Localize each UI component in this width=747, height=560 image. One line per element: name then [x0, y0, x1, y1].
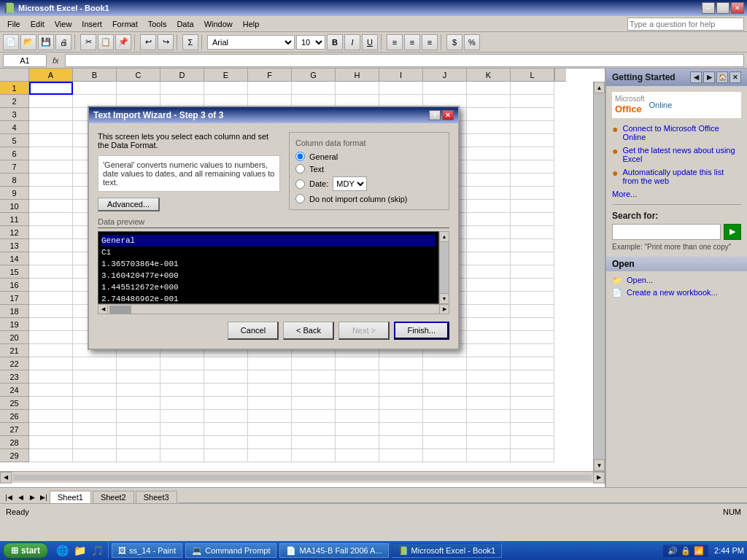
- row-header-5[interactable]: 5: [0, 134, 29, 147]
- cell-r29-c2[interactable]: [117, 449, 160, 462]
- cell-r8-c11[interactable]: [511, 174, 554, 187]
- row-header-22[interactable]: 22: [0, 357, 29, 370]
- skip-radio-row[interactable]: Do not import column (skip): [295, 194, 443, 203]
- font-size-selector[interactable]: 10: [296, 35, 325, 50]
- cell-reference-input[interactable]: [3, 54, 47, 67]
- menu-help[interactable]: Help: [239, 18, 264, 30]
- cell-r13-c10[interactable]: [467, 239, 511, 252]
- cell-r27-c2[interactable]: [117, 423, 160, 436]
- cell-r22-c10[interactable]: [467, 357, 511, 370]
- horizontal-scrollbar[interactable]: ◀ ▶: [0, 471, 605, 483]
- scroll-track-h[interactable]: [13, 475, 592, 481]
- col-header-f[interactable]: F: [248, 69, 292, 82]
- ask-question-box[interactable]: [627, 18, 744, 31]
- cell-h1[interactable]: [336, 82, 379, 95]
- cell-r7-c10[interactable]: [467, 160, 511, 174]
- row-header-2[interactable]: 2: [0, 95, 29, 108]
- cell-e1[interactable]: [204, 82, 248, 95]
- row-header-28[interactable]: 28: [0, 436, 29, 449]
- sheet-tab-sheet3[interactable]: Sheet3: [136, 491, 177, 503]
- cell-r23-c3[interactable]: [160, 370, 204, 384]
- row-header-29[interactable]: 29: [0, 449, 29, 462]
- cell-r24-c10[interactable]: [467, 384, 511, 397]
- cell-r25-c2[interactable]: [117, 397, 160, 410]
- row-header-27[interactable]: 27: [0, 423, 29, 436]
- cell-r29-c7[interactable]: [336, 449, 379, 462]
- cell-r22-c11[interactable]: [511, 357, 554, 370]
- cell-r29-c10[interactable]: [467, 449, 511, 462]
- cell-c1[interactable]: [117, 82, 160, 95]
- align-left-button[interactable]: ≡: [387, 34, 403, 50]
- cell-r26-c2[interactable]: [117, 410, 160, 423]
- cell-r24-c5[interactable]: [248, 384, 292, 397]
- text-radio-row[interactable]: Text: [295, 164, 443, 174]
- cell-r16-c0[interactable]: [29, 279, 73, 292]
- cell-r19-c10[interactable]: [467, 318, 511, 331]
- cell-r3-c11[interactable]: [511, 108, 554, 121]
- row-header-15[interactable]: 15: [0, 265, 29, 279]
- tab-next-button[interactable]: ▶: [26, 491, 38, 503]
- cell-r6-c11[interactable]: [511, 147, 554, 160]
- cell-r14-c10[interactable]: [467, 252, 511, 265]
- preview-h-scroll-right[interactable]: ▶: [439, 304, 449, 314]
- cell-r26-c10[interactable]: [467, 410, 511, 423]
- taskbar-item-excel[interactable]: 📗 Microsoft Excel - Book1: [392, 543, 503, 558]
- menu-view[interactable]: View: [50, 18, 77, 30]
- cell-r15-c0[interactable]: [29, 265, 73, 279]
- cell-r29-c5[interactable]: [248, 449, 292, 462]
- redo-button[interactable]: ↪: [158, 34, 174, 50]
- cell-r22-c0[interactable]: [29, 357, 73, 370]
- cell-r28-c5[interactable]: [248, 436, 292, 449]
- cell-r20-c0[interactable]: [29, 331, 73, 344]
- row-header-7[interactable]: 7: [0, 160, 29, 174]
- row-header-10[interactable]: 10: [0, 200, 29, 213]
- cell-r27-c1[interactable]: [73, 423, 117, 436]
- folder-icon[interactable]: 📁: [71, 542, 88, 559]
- cell-r26-c0[interactable]: [29, 410, 73, 423]
- cell-r29-c11[interactable]: [511, 449, 554, 462]
- cell-r12-c10[interactable]: [467, 226, 511, 239]
- cell-r28-c3[interactable]: [160, 436, 204, 449]
- text-radio[interactable]: [295, 164, 305, 174]
- cell-r12-c11[interactable]: [511, 226, 554, 239]
- cell-r29-c1[interactable]: [73, 449, 117, 462]
- cell-r9-c11[interactable]: [511, 187, 554, 200]
- cell-r10-c0[interactable]: [29, 200, 73, 213]
- cell-r19-c11[interactable]: [511, 318, 554, 331]
- cell-r14-c11[interactable]: [511, 252, 554, 265]
- preview-scroll-track[interactable]: [440, 242, 449, 293]
- cell-r24-c11[interactable]: [511, 384, 554, 397]
- menu-format[interactable]: Format: [108, 18, 142, 30]
- preview-h-scroll-thumb[interactable]: [109, 306, 131, 314]
- cell-r29-c4[interactable]: [204, 449, 248, 462]
- cell-r2-c11[interactable]: [511, 95, 554, 108]
- bold-button[interactable]: B: [327, 34, 343, 50]
- col-header-e[interactable]: E: [204, 69, 248, 82]
- cell-r29-c6[interactable]: [292, 449, 336, 462]
- cell-r17-c0[interactable]: [29, 292, 73, 305]
- cell-r26-c5[interactable]: [248, 410, 292, 423]
- cell-r28-c7[interactable]: [336, 436, 379, 449]
- sheet-tab-sheet1[interactable]: Sheet1: [50, 491, 91, 503]
- cell-r11-c10[interactable]: [467, 213, 511, 226]
- cell-r23-c1[interactable]: [73, 370, 117, 384]
- preview-h-scroll-track[interactable]: [108, 304, 439, 314]
- general-radio-row[interactable]: General: [295, 152, 443, 161]
- cell-r27-c7[interactable]: [336, 423, 379, 436]
- cell-r23-c6[interactable]: [292, 370, 336, 384]
- row-header-11[interactable]: 11: [0, 213, 29, 226]
- cell-b1[interactable]: [73, 82, 117, 95]
- font-selector[interactable]: Arial: [207, 35, 295, 50]
- cell-r26-c3[interactable]: [160, 410, 204, 423]
- cell-r23-c8[interactable]: [379, 370, 423, 384]
- cell-r16-c11[interactable]: [511, 279, 554, 292]
- scroll-down-arrow[interactable]: ▼: [594, 459, 605, 471]
- minimize-button[interactable]: ─: [702, 2, 715, 14]
- cell-r22-c1[interactable]: [73, 357, 117, 370]
- general-radio[interactable]: [295, 152, 305, 161]
- col-header-j[interactable]: J: [423, 69, 467, 82]
- cell-d1[interactable]: [160, 82, 204, 95]
- row-header-4[interactable]: 4: [0, 121, 29, 134]
- dialog-close-button[interactable]: ✕: [442, 110, 454, 120]
- menu-tools[interactable]: Tools: [144, 18, 171, 30]
